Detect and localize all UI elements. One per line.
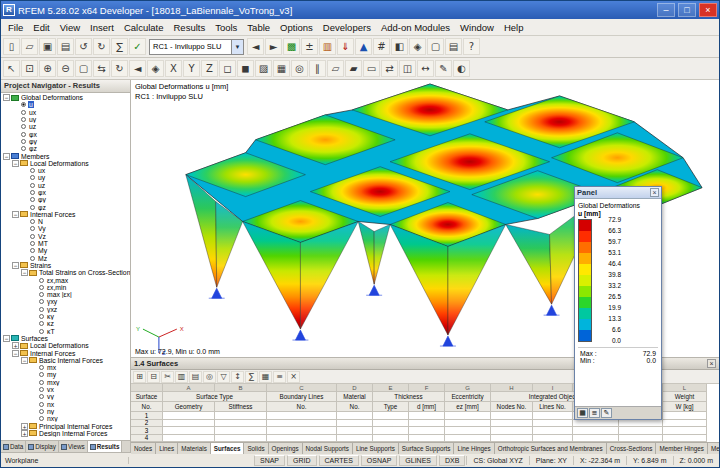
previous-view-button[interactable]: ◄ — [129, 60, 146, 77]
new-window-button[interactable]: ▢ — [427, 38, 444, 55]
tree-item-ny[interactable]: ny — [1, 408, 130, 415]
table-cell[interactable] — [573, 435, 619, 443]
table-settings-button[interactable]: ≡ — [273, 371, 286, 383]
menu-view[interactable]: View — [55, 21, 85, 34]
panel-options-button[interactable]: ≡ — [589, 408, 600, 418]
result-values-button[interactable]: ± — [301, 38, 318, 55]
load-case-combo[interactable]: RC1 - Inviluppo SLU ▼ — [149, 39, 244, 55]
expander-icon[interactable]: − — [12, 211, 19, 218]
guidelines-button[interactable]: ∥ — [309, 60, 326, 77]
numbering-button[interactable]: # — [373, 38, 390, 55]
zoom-in-button[interactable]: ⊕ — [39, 60, 56, 77]
minimize-button[interactable]: – — [657, 3, 675, 17]
table-cell[interactable] — [373, 420, 409, 428]
toggle-osnap[interactable]: OSNAP — [361, 455, 398, 466]
menu-calculate[interactable]: Calculate — [119, 21, 169, 34]
expander-icon[interactable]: − — [3, 335, 10, 342]
table-cell[interactable] — [163, 412, 215, 420]
table-cell[interactable] — [215, 427, 267, 435]
filter-button[interactable]: ▽ — [217, 371, 230, 383]
expander-icon[interactable]: + — [21, 423, 28, 430]
expander-icon[interactable]: − — [12, 350, 19, 357]
tree-item-ux[interactable]: ux — [1, 109, 130, 116]
table-cell[interactable] — [573, 420, 619, 428]
row-number[interactable]: 2 — [131, 420, 163, 428]
table-tab-surfaces[interactable]: Surfaces — [211, 443, 245, 454]
work-plane-xy-button[interactable]: ▱ — [327, 60, 344, 77]
table-cell[interactable] — [267, 427, 337, 435]
show-grid-button[interactable]: ▦ — [273, 60, 290, 77]
table-cell[interactable] — [215, 420, 267, 428]
navigator-tab-views[interactable]: Views — [59, 441, 88, 452]
tree-item-total-strains-on-cross-section[interactable]: −Total Strains on Cross-Section — [1, 269, 130, 276]
work-plane-yz-button[interactable]: ▰ — [345, 60, 362, 77]
color-scale-settings-button[interactable]: ▦ — [577, 408, 588, 418]
tree-item-ux[interactable]: ux — [1, 167, 130, 174]
tree-item-mt[interactable]: MT — [1, 240, 130, 247]
table-cell[interactable] — [373, 412, 409, 420]
tree-item-y[interactable]: φy — [1, 138, 130, 145]
tree-item-t[interactable]: κT — [1, 328, 130, 335]
row-number[interactable]: 4 — [131, 435, 163, 443]
tree-item-n[interactable]: N — [1, 218, 130, 225]
tree-item-nx[interactable]: nx — [1, 400, 130, 407]
tree-item-local-deformations[interactable]: −Local Deformations — [1, 160, 130, 167]
table-cell[interactable] — [267, 420, 337, 428]
calculate-button[interactable]: ∑ — [111, 38, 128, 55]
table-cell[interactable] — [163, 427, 215, 435]
table-cell[interactable] — [491, 427, 533, 435]
table-cell[interactable] — [163, 420, 215, 428]
copy-button[interactable]: ▥ — [175, 371, 188, 383]
new-button[interactable]: ▯ — [3, 38, 20, 55]
menu-file[interactable]: File — [3, 21, 28, 34]
toggle-grid[interactable]: GRID — [287, 455, 317, 466]
expander-icon[interactable]: − — [21, 357, 28, 364]
table-cell[interactable] — [267, 412, 337, 420]
table-cell[interactable] — [445, 412, 491, 420]
mirror-button[interactable]: ◫ — [399, 60, 416, 77]
tree-item-strains[interactable]: −Strains — [1, 262, 130, 269]
table-cell[interactable] — [163, 435, 215, 443]
tree-item-u[interactable]: u — [1, 101, 130, 108]
table-tab-member-eccentricities[interactable]: Member Eccentricities — [708, 443, 719, 454]
menu-options[interactable]: Options — [275, 21, 318, 34]
next-load-case-button[interactable]: ► — [265, 38, 282, 55]
tree-item-global-deformations[interactable]: −Global Deformations — [1, 94, 130, 101]
menu-table[interactable]: Table — [242, 21, 275, 34]
expander-icon[interactable]: + — [12, 342, 19, 349]
pan-button[interactable]: ⇆ — [93, 60, 110, 77]
tree-item-vy[interactable]: vy — [1, 393, 130, 400]
table-tab-cross-sections[interactable]: Cross-Sections — [607, 443, 657, 454]
table-tab-openings[interactable]: Openings — [269, 443, 303, 454]
table-tab-orthotropic-surfaces-and-membranes[interactable]: Orthotropic Surfaces and Membranes — [495, 443, 607, 454]
table-tab-lines[interactable]: Lines — [156, 443, 178, 454]
table-cell[interactable] — [491, 435, 533, 443]
expander-icon[interactable]: + — [21, 430, 28, 437]
expander-icon[interactable]: − — [3, 94, 10, 101]
dimensions-button[interactable]: ↔ — [417, 60, 434, 77]
tree-item-max-x[interactable]: max |εx| — [1, 291, 130, 298]
find-button[interactable]: ◎ — [203, 371, 216, 383]
tree-item-uz[interactable]: uz — [1, 123, 130, 130]
panel-close-button[interactable]: × — [650, 188, 659, 197]
table-cell[interactable] — [533, 412, 573, 420]
table-tab-materials[interactable]: Materials — [178, 443, 211, 454]
save-button[interactable]: ▣ — [39, 38, 56, 55]
tree-item-y[interactable]: κy — [1, 313, 130, 320]
render-mode-button[interactable]: ◧ — [391, 38, 408, 55]
tree-item-surfaces[interactable]: −Surfaces — [1, 335, 130, 342]
tree-item-vx[interactable]: vx — [1, 386, 130, 393]
maximize-button[interactable]: □ — [678, 3, 696, 17]
object-snap-button[interactable]: ◎ — [291, 60, 308, 77]
tree-item-mxy[interactable]: mxy — [1, 379, 130, 386]
work-plane-xz-button[interactable]: ▭ — [363, 60, 380, 77]
tree-item-xz[interactable]: γxz — [1, 306, 130, 313]
tree-item-mz[interactable]: Mz — [1, 255, 130, 262]
view-in-x-button[interactable]: X — [165, 60, 182, 77]
expander-icon[interactable]: − — [21, 269, 28, 276]
tree-item-uz[interactable]: uz — [1, 182, 130, 189]
tree-item-basic-internal-forces[interactable]: −Basic Internal Forces — [1, 357, 130, 364]
table-cell[interactable] — [663, 427, 707, 435]
table-cell[interactable] — [573, 427, 619, 435]
tree-item-internal-forces[interactable]: −Internal Forces — [1, 349, 130, 356]
